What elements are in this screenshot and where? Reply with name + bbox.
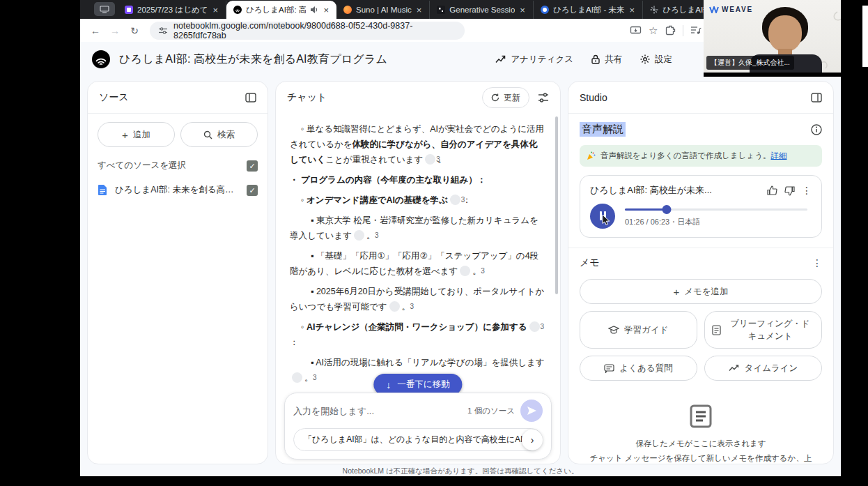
weave-logo-text: WEAVE bbox=[722, 6, 753, 13]
faq-label: よくある質問 bbox=[619, 362, 672, 374]
study-guide-label: 学習ガイド bbox=[624, 324, 668, 336]
participant-name-label: 【運営】久保_株式会社... bbox=[706, 56, 794, 70]
info-icon[interactable] bbox=[811, 124, 822, 135]
chat-paragraph: ▪ 2025年6月20日から受講開始しており、ポータルサイトからいつでも学習可能… bbox=[290, 284, 546, 314]
notebook-title: ひろしまAI部: 高校生が未来を創るAI教育プログラム bbox=[119, 52, 387, 67]
send-button[interactable] bbox=[520, 400, 543, 422]
add-source-label: 追加 bbox=[133, 129, 150, 141]
chat-scrollbar[interactable] bbox=[555, 116, 558, 294]
chat-paragraph: ▪ 東京大学 松尾・岩澤研究室が監修した新カリキュラムを導入しています3。 bbox=[290, 213, 546, 243]
tab-favicon bbox=[343, 6, 352, 14]
analytics-label: アナリティクス bbox=[511, 54, 573, 66]
source-item-checkbox[interactable]: ✓ bbox=[247, 185, 258, 196]
thumbs-up-icon[interactable] bbox=[767, 185, 777, 196]
tab-label: ひろしまAI部 - 未来 bbox=[553, 5, 625, 15]
player-progress-fill bbox=[625, 208, 667, 211]
banner-detail-link[interactable]: 詳細 bbox=[770, 151, 786, 160]
citation-badge[interactable]: 3 bbox=[529, 321, 540, 332]
toolbar-divider bbox=[683, 25, 683, 36]
tab-label: 2025/7/23 はじめて bbox=[137, 5, 208, 15]
browser-tab[interactable]: ひろしまAI部 - 未来 × bbox=[534, 1, 643, 19]
pause-button[interactable] bbox=[590, 204, 615, 229]
forward-icon[interactable]: → bbox=[107, 25, 123, 36]
site-info-icon[interactable] bbox=[158, 26, 168, 35]
citation-badge[interactable]: 3 bbox=[450, 195, 460, 205]
screen-share-tab-icon[interactable] bbox=[94, 2, 115, 16]
notes-menu-icon[interactable]: ⋮ bbox=[812, 257, 822, 268]
notes-empty-line2: チャット メッセージを保存して新しいメモを作成するか、上の [メモを追加] をク… bbox=[590, 454, 812, 465]
analytics-button[interactable]: アナリティクス bbox=[495, 54, 573, 66]
faq-icon bbox=[604, 364, 614, 373]
notes-empty-state: 保存したメモがここに表示されます チャット メッセージを保存して新しいメモを作成… bbox=[580, 403, 822, 464]
studio-panel-title: Studio bbox=[580, 92, 607, 103]
chat-paragraph: ▪ 「基礎」「応用①」「応用②」「ステップアップ」の4段階があり、レベルに応じた… bbox=[290, 248, 546, 279]
extensions-icon[interactable] bbox=[665, 25, 676, 36]
collapse-panel-icon[interactable] bbox=[245, 93, 256, 102]
audio-player-card: ひろしまAI部: 高校生が未来... ⋮ bbox=[580, 175, 822, 238]
source-count-label: 1 個のソース bbox=[467, 406, 515, 416]
tab-favicon bbox=[541, 6, 549, 14]
down-arrow-icon: ↓ bbox=[386, 379, 391, 390]
tab-close-icon[interactable]: × bbox=[323, 6, 330, 15]
add-note-button[interactable]: + メモを追加 bbox=[580, 279, 822, 304]
suggested-question-chip[interactable]: 「ひろしまAI部」は、どのような目的と内容で高校生にAI教育を bbox=[293, 428, 543, 451]
tab-favicon bbox=[125, 6, 133, 14]
share-button[interactable]: 共有 bbox=[591, 54, 622, 66]
mouse-cursor bbox=[602, 214, 611, 226]
suggested-question-label: 「ひろしまAI部」は、どのような目的と内容で高校生にAI教育を bbox=[304, 434, 543, 444]
save-to-device-icon[interactable] bbox=[630, 26, 642, 36]
notes-section-title: メモ bbox=[580, 257, 600, 269]
share-label: 共有 bbox=[605, 54, 622, 66]
tab-close-icon[interactable]: × bbox=[212, 6, 219, 15]
browser-tab-active[interactable]: ひろしまAI部: 高 × bbox=[226, 1, 336, 19]
tab-favicon bbox=[437, 6, 445, 14]
plus-icon: + bbox=[122, 129, 128, 141]
citation-badge[interactable]: 3 bbox=[354, 230, 364, 241]
timeline-button[interactable]: タイムライン bbox=[704, 356, 822, 381]
media-controls-icon[interactable] bbox=[690, 26, 702, 35]
address-bar[interactable]: notebooklm.google.com/notebook/9800d688-… bbox=[150, 22, 465, 40]
briefing-doc-label: ブリーフィング・ドキュメント bbox=[726, 317, 814, 342]
bookmark-star-icon[interactable]: ☆ bbox=[649, 24, 658, 37]
player-progress-bar[interactable] bbox=[625, 208, 807, 211]
select-all-label: すべてのソースを選択 bbox=[98, 160, 186, 172]
webcam-letterbox bbox=[704, 73, 841, 77]
faq-button[interactable]: よくある質問 bbox=[580, 356, 697, 381]
refresh-chat-button[interactable]: 更新 bbox=[482, 87, 529, 108]
sources-panel: ソース + 追加 bbox=[87, 81, 268, 464]
citation-badge[interactable]: 3 bbox=[389, 301, 400, 312]
settings-label: 設定 bbox=[655, 54, 672, 66]
briefing-doc-button[interactable]: ブリーフィング・ドキュメント bbox=[704, 311, 822, 349]
citation-badge[interactable]: 3 bbox=[425, 154, 435, 165]
back-icon[interactable]: ← bbox=[87, 25, 104, 36]
tab-audio-icon[interactable] bbox=[310, 6, 318, 14]
timeline-label: タイムライン bbox=[745, 362, 798, 374]
tab-close-icon[interactable]: × bbox=[416, 6, 423, 15]
player-time-label: 01:26 / 06:23・日本語 bbox=[625, 217, 812, 227]
chat-input[interactable] bbox=[293, 406, 462, 416]
settings-button[interactable]: 設定 bbox=[640, 54, 672, 66]
tab-close-icon[interactable]: × bbox=[519, 6, 526, 15]
citation-badge[interactable]: 3 bbox=[460, 266, 470, 276]
notes-empty-line1: 保存したメモがここに表示されます bbox=[635, 439, 766, 448]
source-list-item[interactable]: ひろしまAI部: 未来を創る高校... ✓ bbox=[98, 184, 258, 196]
select-all-checkbox[interactable]: ✓ bbox=[247, 160, 258, 172]
add-source-button[interactable]: + 追加 bbox=[98, 122, 175, 147]
thumbs-down-icon[interactable] bbox=[784, 185, 795, 196]
study-guide-button[interactable]: 学習ガイド bbox=[580, 311, 697, 349]
timeline-icon bbox=[729, 365, 740, 372]
discover-sources-button[interactable]: 検索 bbox=[180, 122, 258, 147]
browser-tab[interactable]: Suno | AI Music × bbox=[336, 1, 430, 19]
citation-badge[interactable]: 3 bbox=[292, 372, 302, 383]
player-progress-thumb[interactable] bbox=[662, 205, 672, 214]
browser-tab[interactable]: 2025/7/23 はじめて × bbox=[118, 1, 226, 19]
reload-icon[interactable]: ↻ bbox=[126, 25, 143, 36]
player-menu-icon[interactable]: ⋮ bbox=[802, 185, 812, 196]
tab-close-icon[interactable]: × bbox=[629, 6, 636, 15]
browser-tab[interactable]: Generative Sessio × bbox=[430, 1, 534, 19]
collapse-panel-icon[interactable] bbox=[811, 93, 822, 102]
next-suggestion-button[interactable]: › bbox=[522, 430, 543, 450]
audio-player-title: ひろしまAI部: 高校生が未来... bbox=[590, 184, 760, 197]
search-sources-label: 検索 bbox=[217, 129, 235, 141]
chat-settings-icon[interactable] bbox=[538, 93, 549, 102]
